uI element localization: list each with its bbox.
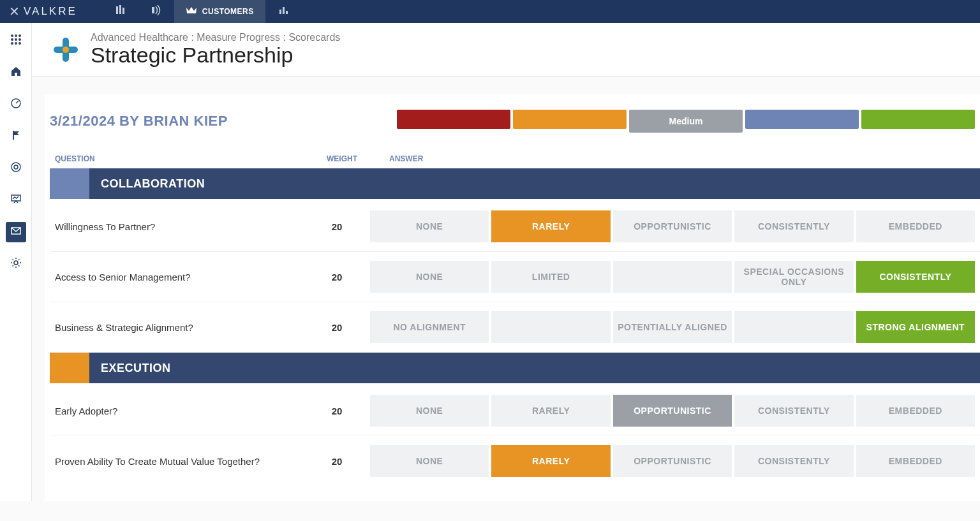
answer-option[interactable]: CONSISTENTLY [856, 261, 975, 293]
question-row: Willingness To Partner?20NONERARELYOPPOR… [50, 202, 980, 252]
gear-icon [10, 257, 22, 272]
answer-option[interactable]: EMBEDDED [856, 210, 975, 242]
question-weight: 20 [311, 272, 362, 283]
section-title: EXECUTION [89, 353, 980, 383]
scale-level[interactable] [513, 110, 627, 129]
rail-apps[interactable] [6, 31, 26, 51]
svg-point-9 [19, 34, 21, 37]
answer-option[interactable] [613, 261, 732, 293]
question-text: Access to Senior Management? [50, 272, 311, 283]
crumb-1[interactable]: Measure Progress [197, 32, 280, 43]
rail-home[interactable] [6, 62, 26, 83]
answer-option[interactable] [734, 311, 853, 343]
answer-group: NONELIMITEDSPECIAL OCCASIONS ONLYCONSIST… [362, 261, 980, 293]
answer-group: NONERARELYOPPORTUNISTICCONSISTENTLYEMBED… [362, 445, 980, 477]
tab-label: CUSTOMERS [202, 7, 254, 16]
scale-level[interactable] [397, 110, 510, 129]
crumb-0[interactable]: Advanced Healthcare [91, 32, 188, 43]
svg-point-25 [63, 47, 69, 53]
scale-level[interactable]: Medium [629, 110, 743, 133]
brand-logo[interactable]: ✕ VALKRE [9, 4, 77, 19]
rail-settings[interactable] [6, 254, 26, 274]
answer-group: NONERARELYOPPORTUNISTICCONSISTENTLYEMBED… [362, 210, 980, 242]
answer-option[interactable]: CONSISTENTLY [734, 210, 853, 242]
question-row: Early Adopter?20NONERARELYOPPORTUNISTICC… [50, 386, 980, 436]
svg-rect-3 [152, 7, 154, 13]
section-title: COLLABORATION [89, 168, 980, 199]
svg-point-10 [11, 38, 13, 41]
scale-level[interactable] [861, 110, 975, 129]
crumb-2[interactable]: Scorecards [288, 32, 340, 43]
question-weight: 20 [311, 406, 362, 416]
answer-option[interactable]: STRONG ALIGNMENT [856, 311, 975, 343]
col-weight: WEIGHT [316, 154, 368, 163]
nav-icon-broadcast[interactable] [138, 0, 174, 23]
top-nav: ✕ VALKRE CUSTOMERS [0, 0, 980, 23]
breadcrumb[interactable]: Advanced Healthcare : Measure Progress :… [91, 32, 340, 43]
answer-option[interactable]: CONSISTENTLY [734, 445, 853, 477]
answer-group: NONERARELYOPPORTUNISTICCONSISTENTLYEMBED… [362, 395, 980, 427]
answer-option[interactable]: NONE [370, 261, 489, 293]
building-icon [115, 4, 126, 18]
brand-name: VALKRE [24, 5, 77, 18]
answer-option[interactable]: EMBEDDED [856, 395, 975, 427]
bar-chart-icon [278, 4, 289, 18]
svg-point-8 [15, 34, 17, 37]
answer-option[interactable]: POTENTIALLY ALIGNED [613, 311, 732, 343]
answer-option[interactable]: RARELY [491, 445, 610, 477]
svg-rect-6 [286, 11, 288, 14]
rail-scorecard[interactable] [6, 222, 26, 242]
question-weight: 20 [311, 221, 362, 232]
answer-option[interactable]: NONE [370, 445, 489, 477]
answer-option[interactable]: NONE [370, 210, 489, 242]
answer-group: NO ALIGNMENTPOTENTIALLY ALIGNEDSTRONG AL… [362, 311, 980, 343]
answer-option[interactable]: RARELY [491, 210, 610, 242]
svg-point-22 [14, 261, 18, 265]
rail-gauge[interactable] [6, 94, 26, 115]
question-text: Business & Strategic Alignment? [50, 322, 311, 333]
column-headers: QUESTION WEIGHT ANSWER [50, 152, 980, 168]
svg-point-11 [15, 38, 17, 41]
svg-point-18 [11, 163, 20, 172]
rail-presentation[interactable] [6, 190, 26, 210]
svg-rect-2 [122, 8, 124, 14]
svg-rect-5 [283, 7, 285, 14]
nav-icon-org[interactable] [103, 0, 138, 23]
question-text: Willingness To Partner? [50, 221, 311, 232]
answer-option[interactable]: RARELY [491, 395, 610, 427]
svg-point-12 [19, 38, 21, 41]
answer-option[interactable]: CONSISTENTLY [734, 395, 853, 427]
rail-flag[interactable] [6, 126, 26, 147]
answer-option[interactable]: NO ALIGNMENT [370, 311, 489, 343]
svg-rect-17 [13, 131, 14, 140]
answer-option[interactable]: OPPORTUNISTIC [613, 395, 732, 427]
answer-option[interactable]: OPPORTUNISTIC [613, 210, 732, 242]
section-accent [50, 168, 89, 199]
svg-point-15 [19, 42, 21, 45]
scorecard-card: 3/21/2024 BY BRIAN KIEP Medium QUESTION … [45, 94, 980, 501]
svg-rect-0 [116, 6, 118, 14]
scale-level[interactable] [745, 110, 859, 129]
answer-option[interactable]: NONE [370, 395, 489, 427]
gauge-icon [10, 98, 22, 112]
answer-option[interactable]: LIMITED [491, 261, 610, 293]
answer-option[interactable] [491, 311, 610, 343]
nav-tab-customers[interactable]: CUSTOMERS [174, 0, 265, 23]
question-text: Proven Ability To Create Mutual Value To… [50, 456, 311, 467]
page-title: Strategic Partnership [91, 43, 340, 67]
section-header: COLLABORATION [50, 168, 980, 199]
answer-option[interactable]: OPPORTUNISTIC [613, 445, 732, 477]
col-answer: ANSWER [368, 154, 423, 163]
svg-point-14 [15, 42, 17, 45]
answer-option[interactable]: EMBEDDED [856, 445, 975, 477]
side-rail [0, 23, 32, 501]
nav-icon-analytics[interactable] [265, 0, 301, 23]
section-accent [50, 353, 89, 383]
svg-point-13 [11, 42, 13, 45]
question-row: Proven Ability To Create Mutual Value To… [50, 436, 980, 486]
question-row: Business & Strategic Alignment?20NO ALIG… [50, 302, 980, 353]
question-text: Early Adopter? [50, 406, 311, 416]
rail-target[interactable] [6, 158, 26, 179]
answer-option[interactable]: SPECIAL OCCASIONS ONLY [734, 261, 853, 293]
question-row: Access to Senior Management?20NONELIMITE… [50, 252, 980, 302]
